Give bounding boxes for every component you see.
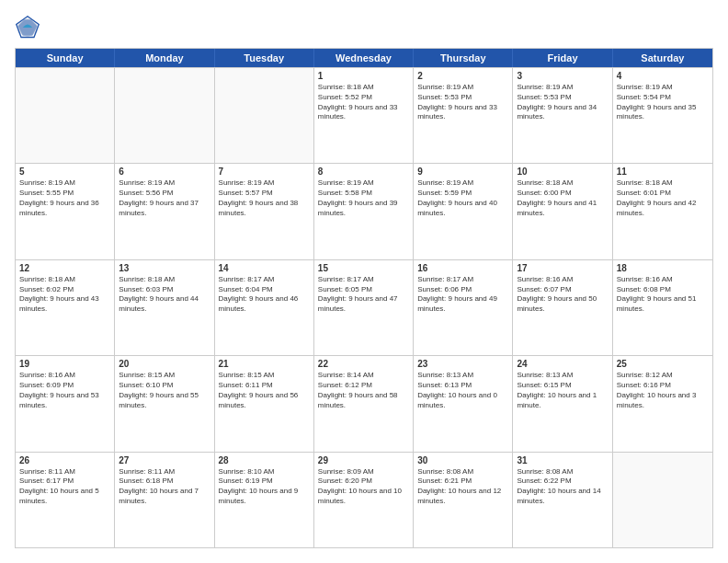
page: SundayMondayTuesdayWednesdayThursdayFrid…: [0, 0, 728, 563]
day-info: Sunrise: 8:18 AM Sunset: 5:52 PM Dayligh…: [318, 83, 409, 122]
day-info: Sunrise: 8:18 AM Sunset: 6:01 PM Dayligh…: [617, 178, 709, 218]
day-number: 10: [517, 167, 608, 177]
calendar-day-9: 9Sunrise: 8:19 AM Sunset: 5:59 PM Daylig…: [414, 164, 513, 259]
calendar-day-29: 29Sunrise: 8:09 AM Sunset: 6:20 PM Dayli…: [314, 453, 414, 547]
day-number: 22: [318, 359, 409, 369]
day-number: 12: [19, 263, 110, 273]
day-info: Sunrise: 8:19 AM Sunset: 5:56 PM Dayligh…: [119, 178, 210, 218]
day-info: Sunrise: 8:18 AM Sunset: 6:00 PM Dayligh…: [517, 178, 608, 218]
calendar-header: SundayMondayTuesdayWednesdayThursdayFrid…: [16, 49, 712, 67]
calendar-day-2: 2Sunrise: 8:19 AM Sunset: 5:53 PM Daylig…: [414, 68, 513, 163]
day-number: 19: [19, 359, 110, 369]
day-info: Sunrise: 8:10 AM Sunset: 6:19 PM Dayligh…: [219, 467, 310, 507]
calendar-day-24: 24Sunrise: 8:13 AM Sunset: 6:15 PM Dayli…: [513, 356, 612, 451]
day-info: Sunrise: 8:13 AM Sunset: 6:15 PM Dayligh…: [517, 371, 608, 410]
calendar-row: 5Sunrise: 8:19 AM Sunset: 5:55 PM Daylig…: [16, 163, 712, 259]
calendar-day-7: 7Sunrise: 8:19 AM Sunset: 5:57 PM Daylig…: [215, 164, 314, 259]
calendar-day-16: 16Sunrise: 8:17 AM Sunset: 6:06 PM Dayli…: [414, 260, 513, 355]
day-info: Sunrise: 8:19 AM Sunset: 5:57 PM Dayligh…: [219, 178, 310, 218]
calendar-row: 1Sunrise: 8:18 AM Sunset: 5:52 PM Daylig…: [16, 67, 712, 163]
calendar-row: 26Sunrise: 8:11 AM Sunset: 6:17 PM Dayli…: [16, 452, 712, 547]
day-number: 30: [417, 455, 508, 465]
day-info: Sunrise: 8:16 AM Sunset: 6:08 PM Dayligh…: [617, 275, 709, 315]
day-info: Sunrise: 8:11 AM Sunset: 6:17 PM Dayligh…: [19, 467, 110, 507]
calendar-day-27: 27Sunrise: 8:11 AM Sunset: 6:18 PM Dayli…: [115, 453, 214, 547]
calendar-day-23: 23Sunrise: 8:13 AM Sunset: 6:13 PM Dayli…: [414, 356, 513, 451]
calendar-empty-cell: [613, 453, 712, 547]
calendar-day-6: 6Sunrise: 8:19 AM Sunset: 5:56 PM Daylig…: [115, 164, 214, 259]
calendar-day-28: 28Sunrise: 8:10 AM Sunset: 6:19 PM Dayli…: [215, 453, 314, 547]
header: [15, 15, 713, 40]
day-number: 5: [19, 167, 110, 177]
calendar-day-8: 8Sunrise: 8:19 AM Sunset: 5:58 PM Daylig…: [314, 164, 414, 259]
day-number: 16: [417, 263, 508, 273]
logo-icon: [15, 15, 40, 40]
calendar-day-15: 15Sunrise: 8:17 AM Sunset: 6:05 PM Dayli…: [314, 260, 414, 355]
calendar: SundayMondayTuesdayWednesdayThursdayFrid…: [15, 48, 713, 548]
day-info: Sunrise: 8:18 AM Sunset: 6:02 PM Dayligh…: [19, 275, 110, 315]
day-number: 4: [617, 71, 709, 81]
day-number: 27: [119, 455, 210, 465]
day-info: Sunrise: 8:15 AM Sunset: 6:10 PM Dayligh…: [119, 371, 210, 410]
calendar-day-19: 19Sunrise: 8:16 AM Sunset: 6:09 PM Dayli…: [16, 356, 115, 451]
day-number: 17: [517, 263, 608, 273]
calendar-day-14: 14Sunrise: 8:17 AM Sunset: 6:04 PM Dayli…: [215, 260, 314, 355]
calendar-day-11: 11Sunrise: 8:18 AM Sunset: 6:01 PM Dayli…: [613, 164, 712, 259]
weekday-header: Monday: [115, 49, 214, 67]
day-info: Sunrise: 8:19 AM Sunset: 5:53 PM Dayligh…: [417, 83, 508, 122]
calendar-day-26: 26Sunrise: 8:11 AM Sunset: 6:17 PM Dayli…: [16, 453, 115, 547]
calendar-day-5: 5Sunrise: 8:19 AM Sunset: 5:55 PM Daylig…: [16, 164, 115, 259]
calendar-day-3: 3Sunrise: 8:19 AM Sunset: 5:53 PM Daylig…: [513, 68, 612, 163]
day-number: 7: [219, 167, 310, 177]
calendar-day-4: 4Sunrise: 8:19 AM Sunset: 5:54 PM Daylig…: [613, 68, 712, 163]
day-info: Sunrise: 8:12 AM Sunset: 6:16 PM Dayligh…: [617, 371, 709, 410]
day-info: Sunrise: 8:19 AM Sunset: 5:55 PM Dayligh…: [19, 178, 110, 218]
logo: [15, 15, 44, 40]
calendar-day-10: 10Sunrise: 8:18 AM Sunset: 6:00 PM Dayli…: [513, 164, 612, 259]
calendar-day-25: 25Sunrise: 8:12 AM Sunset: 6:16 PM Dayli…: [613, 356, 712, 451]
day-number: 28: [219, 455, 310, 465]
day-info: Sunrise: 8:16 AM Sunset: 6:09 PM Dayligh…: [19, 371, 110, 410]
day-info: Sunrise: 8:08 AM Sunset: 6:22 PM Dayligh…: [517, 467, 608, 507]
calendar-body: 1Sunrise: 8:18 AM Sunset: 5:52 PM Daylig…: [16, 67, 712, 547]
calendar-empty-cell: [16, 68, 115, 163]
calendar-day-21: 21Sunrise: 8:15 AM Sunset: 6:11 PM Dayli…: [215, 356, 314, 451]
calendar-day-1: 1Sunrise: 8:18 AM Sunset: 5:52 PM Daylig…: [314, 68, 414, 163]
day-number: 25: [617, 359, 709, 369]
calendar-day-12: 12Sunrise: 8:18 AM Sunset: 6:02 PM Dayli…: [16, 260, 115, 355]
day-number: 24: [517, 359, 608, 369]
day-info: Sunrise: 8:09 AM Sunset: 6:20 PM Dayligh…: [318, 467, 409, 507]
day-info: Sunrise: 8:19 AM Sunset: 5:53 PM Dayligh…: [517, 83, 608, 122]
day-number: 9: [417, 167, 508, 177]
day-number: 2: [417, 71, 508, 81]
day-number: 11: [617, 167, 709, 177]
day-info: Sunrise: 8:14 AM Sunset: 6:12 PM Dayligh…: [318, 371, 409, 410]
day-number: 29: [318, 455, 409, 465]
day-number: 1: [318, 71, 409, 81]
weekday-header: Saturday: [613, 49, 712, 67]
day-info: Sunrise: 8:15 AM Sunset: 6:11 PM Dayligh…: [219, 371, 310, 410]
weekday-header: Tuesday: [215, 49, 314, 67]
day-info: Sunrise: 8:08 AM Sunset: 6:21 PM Dayligh…: [417, 467, 508, 507]
calendar-row: 19Sunrise: 8:16 AM Sunset: 6:09 PM Dayli…: [16, 355, 712, 451]
weekday-header: Friday: [513, 49, 612, 67]
day-number: 13: [119, 263, 210, 273]
calendar-day-18: 18Sunrise: 8:16 AM Sunset: 6:08 PM Dayli…: [613, 260, 712, 355]
day-info: Sunrise: 8:19 AM Sunset: 5:54 PM Dayligh…: [617, 83, 709, 122]
day-info: Sunrise: 8:19 AM Sunset: 5:59 PM Dayligh…: [417, 178, 508, 218]
day-number: 3: [517, 71, 608, 81]
calendar-day-30: 30Sunrise: 8:08 AM Sunset: 6:21 PM Dayli…: [414, 453, 513, 547]
day-number: 14: [219, 263, 310, 273]
calendar-empty-cell: [115, 68, 214, 163]
calendar-day-31: 31Sunrise: 8:08 AM Sunset: 6:22 PM Dayli…: [513, 453, 612, 547]
day-number: 26: [19, 455, 110, 465]
weekday-header: Sunday: [16, 49, 115, 67]
calendar-empty-cell: [215, 68, 314, 163]
calendar-day-20: 20Sunrise: 8:15 AM Sunset: 6:10 PM Dayli…: [115, 356, 214, 451]
weekday-header: Wednesday: [314, 49, 414, 67]
day-number: 31: [517, 455, 608, 465]
calendar-day-22: 22Sunrise: 8:14 AM Sunset: 6:12 PM Dayli…: [314, 356, 414, 451]
weekday-header: Thursday: [414, 49, 513, 67]
day-info: Sunrise: 8:18 AM Sunset: 6:03 PM Dayligh…: [119, 275, 210, 315]
day-info: Sunrise: 8:17 AM Sunset: 6:06 PM Dayligh…: [417, 275, 508, 315]
